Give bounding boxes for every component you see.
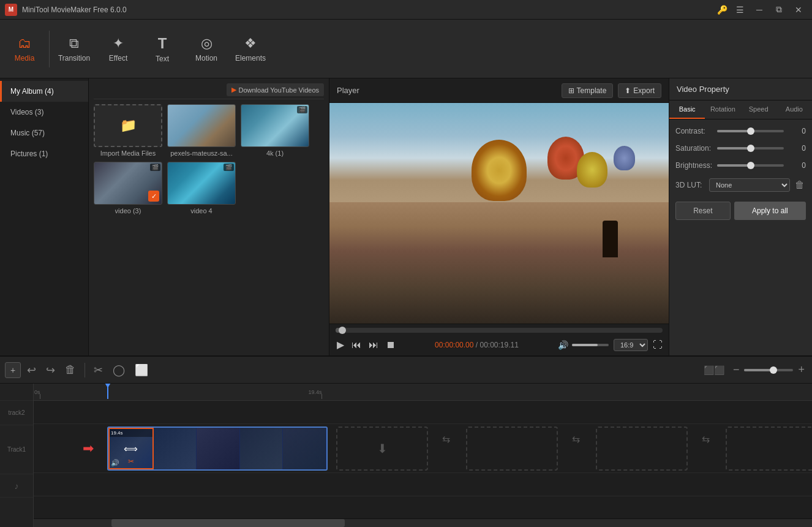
transition-arrow-2: ⇆ xyxy=(572,433,580,445)
brightness-slider[interactable] xyxy=(717,164,784,167)
prop-actions: Reset Apply to all xyxy=(675,202,806,220)
media-content: ▶ Download YouTube Videos 📁 Import Media… xyxy=(89,78,329,355)
transition-1[interactable]: ⇆ xyxy=(430,427,461,451)
right-panel: Video Property Basic Rotation Speed Audi… xyxy=(669,78,812,355)
toolbar-item-motion[interactable]: ◎ Motion xyxy=(184,25,228,74)
balloon-label: pexels-mateusz-sa... xyxy=(170,150,232,157)
toolbar-label-text: Text xyxy=(156,55,169,63)
media-icon: 🗂 xyxy=(18,36,31,51)
sidebar-item-music[interactable]: Music (57) xyxy=(0,123,88,143)
zoom-slider-fill xyxy=(744,369,773,371)
player-title: Player xyxy=(337,86,359,95)
main-layout: 🗂 Media ⧉ Transition ✦ Effect T Text ◎ M… xyxy=(0,20,812,527)
delete-button[interactable]: 🗑 xyxy=(61,361,80,379)
cut-button[interactable]: ✂ xyxy=(90,361,107,379)
toolbar-label-elements: Elements xyxy=(235,54,266,63)
playhead[interactable] xyxy=(107,384,108,399)
sidebar-label-music: Music (57) xyxy=(10,129,45,137)
sidebar-item-videos[interactable]: Videos (3) xyxy=(0,102,88,123)
prop-tab-speed[interactable]: Speed xyxy=(741,100,776,119)
saturation-handle xyxy=(747,145,754,152)
lut-select[interactable]: None xyxy=(709,178,790,192)
horizontal-scrollbar[interactable] xyxy=(34,519,812,527)
restore-button[interactable]: ⧉ xyxy=(770,3,788,17)
toolbar-item-transition[interactable]: ⧉ Transition xyxy=(52,25,96,74)
stop-button[interactable]: ⏹ xyxy=(385,338,397,352)
media-item-import[interactable]: 📁 Import Media Files xyxy=(94,104,162,157)
slot-4[interactable] xyxy=(726,427,812,471)
clip-header-bar: 19.4s xyxy=(110,429,152,437)
media-item-4k[interactable]: 🎬 4k (1) xyxy=(241,104,309,157)
redo-button[interactable]: ↪ xyxy=(42,361,59,379)
aspect-ratio-select[interactable]: 16:9 xyxy=(614,339,648,351)
menu-button[interactable]: ☰ xyxy=(731,3,748,17)
prop-tab-audio[interactable]: Audio xyxy=(776,100,812,119)
track2-row xyxy=(34,401,812,424)
slot-1[interactable]: ⬇ xyxy=(336,427,428,471)
slot-3[interactable] xyxy=(596,427,688,471)
export-button[interactable]: ⬆ Export xyxy=(618,83,661,98)
4k-label: 4k (1) xyxy=(266,150,284,157)
player-header: Player ⊞ Template ⬆ Export xyxy=(329,78,669,103)
video-background xyxy=(329,103,669,324)
zoom-in-button[interactable]: + xyxy=(795,361,807,379)
minimize-button[interactable]: ─ xyxy=(751,3,768,17)
saturation-row: Saturation: 0 xyxy=(675,144,806,153)
reset-button[interactable]: Reset xyxy=(675,202,731,220)
track2-label-text: track2 xyxy=(8,409,24,416)
sidebar-label-my-album: My Album (4) xyxy=(10,87,54,96)
sidebar-item-pictures[interactable]: Pictures (1) xyxy=(0,143,88,164)
media-item-video4[interactable]: 🎬 video 4 xyxy=(167,162,236,214)
apply-all-button[interactable]: Apply to all xyxy=(734,202,806,220)
toolbar-divider-1 xyxy=(49,31,50,67)
template-button[interactable]: ⊞ Template xyxy=(562,83,614,98)
prop-tabs: Basic Rotation Speed Audio xyxy=(669,100,812,119)
toolbar-item-elements[interactable]: ❖ Elements xyxy=(228,25,273,74)
close-button[interactable]: ✕ xyxy=(790,3,807,17)
play-button[interactable]: ▶ xyxy=(336,338,345,352)
current-time-value: 00:00:00.00 xyxy=(435,341,473,349)
volume-icon[interactable]: 🔊 xyxy=(557,339,570,351)
undo-button[interactable]: ↩ xyxy=(23,361,40,379)
zoom-slider[interactable] xyxy=(744,369,793,371)
toolbar-item-media[interactable]: 🗂 Media xyxy=(2,25,47,74)
audio-button[interactable]: ◯ xyxy=(109,361,129,379)
progress-bar[interactable] xyxy=(336,328,663,333)
player-actions: ⊞ Template ⬆ Export xyxy=(562,83,661,98)
contrast-slider[interactable] xyxy=(717,130,784,132)
crop-button[interactable]: ⬜ xyxy=(131,361,152,379)
zoom-out-button[interactable]: − xyxy=(731,361,742,379)
fullscreen-button[interactable]: ⛶ xyxy=(653,339,663,351)
next-button[interactable]: ⏭ xyxy=(367,338,380,352)
video-clip[interactable]: 19.4s ⟺ ✂ xyxy=(107,427,328,471)
fit-button[interactable]: ⬛⬛ xyxy=(700,363,728,377)
toolbar: 🗂 Media ⧉ Transition ✦ Effect T Text ◎ M… xyxy=(0,20,812,78)
add-track-button[interactable]: + xyxy=(5,362,21,378)
media-item-balloon[interactable]: pexels-mateusz-sa... xyxy=(167,104,236,157)
transition-2[interactable]: ⇆ xyxy=(560,427,591,451)
prop-tab-rotation[interactable]: Rotation xyxy=(705,100,740,119)
transition-3[interactable]: ⇆ xyxy=(690,427,721,451)
scrollbar-thumb[interactable] xyxy=(111,519,345,527)
clip-segment-3 xyxy=(197,428,240,469)
contrast-label: Contrast: xyxy=(675,127,717,135)
toolbar-item-effect[interactable]: ✦ Effect xyxy=(96,25,140,74)
player-panel: Player ⊞ Template ⬆ Export xyxy=(329,78,669,355)
resize-handle[interactable]: ⟺ xyxy=(124,443,138,455)
media-item-video3[interactable]: 🎬 ✓ video (3) xyxy=(94,162,162,214)
contrast-handle xyxy=(747,127,754,135)
text-icon: T xyxy=(158,35,167,52)
video3-thumb: 🎬 ✓ xyxy=(94,162,162,205)
download-youtube-button[interactable]: ▶ Download YouTube Videos xyxy=(227,83,325,96)
slot-2[interactable] xyxy=(466,427,558,471)
lut-delete-button[interactable]: 🗑 xyxy=(794,178,806,192)
export-icon: ⬆ xyxy=(625,86,631,95)
sidebar-item-my-album[interactable]: My Album (4) xyxy=(0,81,88,102)
motion-icon: ◎ xyxy=(201,36,212,51)
prop-tab-basic[interactable]: Basic xyxy=(669,100,705,119)
progress-handle[interactable] xyxy=(339,327,346,334)
toolbar-item-text[interactable]: T Text xyxy=(140,25,184,74)
volume-slider[interactable] xyxy=(572,344,609,346)
saturation-slider[interactable] xyxy=(717,147,784,150)
prev-button[interactable]: ⏮ xyxy=(350,338,363,352)
